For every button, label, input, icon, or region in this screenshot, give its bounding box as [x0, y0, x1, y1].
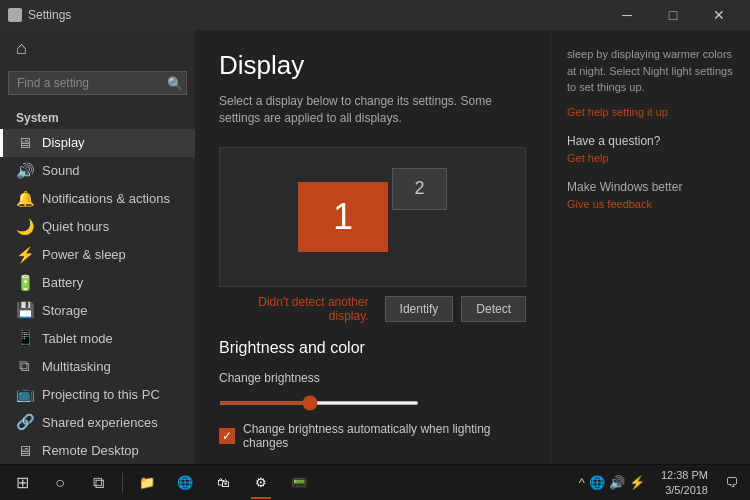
brightness-slider[interactable]: [219, 401, 419, 405]
sidebar-item-display[interactable]: 🖥 Display: [0, 129, 195, 157]
sound-icon: 🔊: [16, 162, 32, 180]
home-icon: ⌂: [16, 38, 27, 59]
shared-icon: 🔗: [16, 413, 32, 431]
sidebar-item-tablet[interactable]: 📱 Tablet mode: [0, 324, 195, 352]
titlebar: Settings ─ □ ✕: [0, 0, 750, 30]
give-feedback-link[interactable]: Give us feedback: [567, 198, 734, 210]
network-icon[interactable]: 🌐: [589, 475, 605, 490]
volume-icon[interactable]: 🔊: [609, 475, 625, 490]
taskbar-store[interactable]: 🛍: [205, 467, 241, 499]
main-content: Display Select a display below to change…: [195, 30, 550, 464]
taskbar: ⊞ ○ ⧉ 📁 🌐 🛍 ⚙ 📟 ^ 🌐 🔊 ⚡ 12:38 PM 3/5/201…: [0, 464, 750, 500]
sidebar-item-label-projecting: Projecting to this PC: [42, 387, 160, 402]
settings-app-icon: [8, 8, 22, 22]
sidebar-item-label-display: Display: [42, 135, 85, 150]
sidebar-item-storage[interactable]: 💾 Storage: [0, 296, 195, 324]
power-tray-icon[interactable]: ⚡: [629, 475, 645, 490]
system-clock[interactable]: 12:38 PM 3/5/2018: [655, 468, 714, 497]
brightness-section-title: Brightness and color: [219, 339, 526, 357]
sidebar-item-battery[interactable]: 🔋 Battery: [0, 269, 195, 297]
close-button[interactable]: ✕: [696, 0, 742, 30]
maximize-button[interactable]: □: [650, 0, 696, 30]
get-help-link[interactable]: Get help: [567, 152, 734, 164]
sidebar-item-quiet[interactable]: 🌙 Quiet hours: [0, 213, 195, 241]
sidebar-item-remote[interactable]: 🖥 Remote Desktop: [0, 436, 195, 464]
brightness-label: Change brightness: [219, 371, 526, 385]
sidebar-section-title: System: [0, 103, 195, 129]
taskbar-separator: [122, 473, 123, 493]
storage-icon: 💾: [16, 301, 32, 319]
sidebar-item-label-tablet: Tablet mode: [42, 331, 113, 346]
get-help-setup-link[interactable]: Get help setting it up: [567, 106, 734, 118]
sidebar-item-label-quiet: Quiet hours: [42, 219, 109, 234]
sidebar-item-notifications[interactable]: 🔔 Notifications & actions: [0, 185, 195, 213]
sidebar-item-label-shared: Shared experiences: [42, 415, 158, 430]
brightness-slider-container: [219, 393, 526, 408]
display-icon: 🖥: [16, 134, 32, 151]
page-subtitle: Select a display below to change its set…: [219, 93, 526, 127]
have-question-label: Have a question?: [567, 134, 734, 148]
monitor-2[interactable]: 2: [392, 168, 447, 210]
system-tray: ^ 🌐 🔊 ⚡: [571, 475, 653, 490]
search-button[interactable]: ○: [42, 467, 78, 499]
tablet-icon: 📱: [16, 329, 32, 347]
monitor-1[interactable]: 1: [298, 182, 388, 252]
battery-icon: 🔋: [16, 274, 32, 292]
clock-date: 3/5/2018: [665, 484, 708, 496]
page-title: Display: [219, 50, 526, 81]
sidebar-item-sound[interactable]: 🔊 Sound: [0, 157, 195, 185]
start-button[interactable]: ⊞: [4, 467, 40, 499]
projecting-icon: 📺: [16, 385, 32, 403]
sidebar-item-label-sound: Sound: [42, 163, 80, 178]
sidebar-item-label-remote: Remote Desktop: [42, 443, 139, 458]
auto-brightness-label: Change brightness automatically when lig…: [243, 422, 526, 450]
minimize-button[interactable]: ─: [604, 0, 650, 30]
titlebar-title: Settings: [28, 8, 71, 22]
sidebar: ⌂ 🔍 System 🖥 Display 🔊 Sound 🔔 Notificat…: [0, 30, 195, 464]
taskbar-settings[interactable]: ⚙: [243, 467, 279, 499]
display-preview: 1 2: [219, 147, 526, 287]
sidebar-item-label-multitasking: Multitasking: [42, 359, 111, 374]
feedback-title: Make Windows better: [567, 180, 734, 194]
app-body: ⌂ 🔍 System 🖥 Display 🔊 Sound 🔔 Notificat…: [0, 30, 750, 464]
titlebar-controls: ─ □ ✕: [604, 0, 742, 30]
search-box[interactable]: 🔍: [8, 71, 187, 95]
multitasking-icon: ⧉: [16, 357, 32, 375]
notification-button[interactable]: 🗨: [716, 467, 746, 499]
titlebar-left: Settings: [8, 8, 71, 22]
taskbar-powershell[interactable]: 📟: [281, 467, 317, 499]
sidebar-item-multitasking[interactable]: ⧉ Multitasking: [0, 352, 195, 380]
sidebar-item-power[interactable]: ⚡ Power & sleep: [0, 241, 195, 269]
power-icon: ⚡: [16, 246, 32, 264]
search-icon: 🔍: [167, 76, 183, 91]
taskbar-file-explorer[interactable]: 📁: [129, 467, 165, 499]
display-actions: Didn't detect another display. Identify …: [219, 295, 526, 323]
sidebar-item-shared[interactable]: 🔗 Shared experiences: [0, 408, 195, 436]
search-input[interactable]: [17, 76, 167, 90]
sidebar-item-label-power: Power & sleep: [42, 247, 126, 262]
check-icon: ✓: [222, 429, 232, 443]
auto-brightness-row: ✓ Change brightness automatically when l…: [219, 422, 526, 450]
sidebar-item-projecting[interactable]: 📺 Projecting to this PC: [0, 380, 195, 408]
right-panel-text: sleep by displaying warmer colors at nig…: [567, 46, 734, 96]
sidebar-item-label-storage: Storage: [42, 303, 88, 318]
tray-up-icon[interactable]: ^: [579, 475, 585, 490]
right-panel: sleep by displaying warmer colors at nig…: [550, 30, 750, 464]
identify-button[interactable]: Identify: [385, 296, 454, 322]
quiet-icon: 🌙: [16, 218, 32, 236]
taskbar-edge[interactable]: 🌐: [167, 467, 203, 499]
detect-button[interactable]: Detect: [461, 296, 526, 322]
sidebar-home-button[interactable]: ⌂: [0, 30, 195, 67]
task-view-button[interactable]: ⧉: [80, 467, 116, 499]
sidebar-item-label-battery: Battery: [42, 275, 83, 290]
notifications-icon: 🔔: [16, 190, 32, 208]
remote-icon: 🖥: [16, 442, 32, 459]
sidebar-item-label-notifications: Notifications & actions: [42, 191, 170, 206]
clock-time: 12:38 PM: [661, 469, 708, 481]
auto-brightness-checkbox[interactable]: ✓: [219, 428, 235, 444]
didnt-detect-text: Didn't detect another display.: [219, 295, 377, 323]
